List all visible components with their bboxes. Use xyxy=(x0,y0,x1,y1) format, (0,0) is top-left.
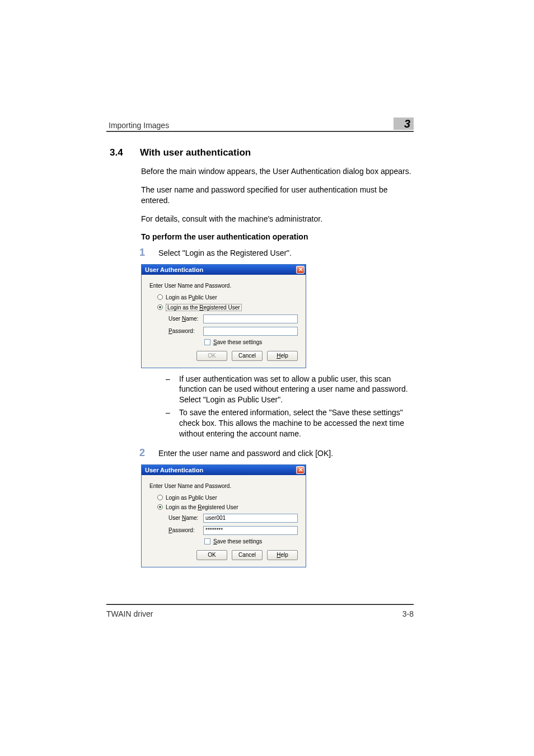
dialog-caption: Enter User Name and Password. xyxy=(149,483,298,489)
chapter-number-badge: 3 xyxy=(394,118,414,130)
section-heading: 3.4 With user authentication xyxy=(106,147,414,158)
user-authentication-dialog: User Authentication ✕ Enter User Name an… xyxy=(141,464,306,567)
step-number: 2 xyxy=(139,447,158,459)
list-text: To save the entered information, select … xyxy=(179,407,414,439)
paragraph: Before the main window appears, the User… xyxy=(141,166,414,177)
checkbox-label: Save these settings xyxy=(213,339,262,345)
step-number: 1 xyxy=(139,247,158,259)
section-title-text: With user authentication xyxy=(140,147,251,158)
radio-login-registered-user[interactable]: Login as the Registered User xyxy=(157,504,298,510)
dialog-caption: Enter User Name and Password. xyxy=(149,283,298,289)
username-label: User Name: xyxy=(168,316,203,322)
sub-heading: To perform the user authentication opera… xyxy=(141,232,414,241)
username-row: User Name: user001 xyxy=(168,514,298,523)
radio-icon xyxy=(157,504,163,510)
username-label: User Name: xyxy=(168,515,203,521)
password-label: Password: xyxy=(168,328,203,334)
page-header: Importing Images 3 xyxy=(106,118,414,132)
document-page: Importing Images 3 3.4 With user authent… xyxy=(0,0,534,756)
step-1: 1 Select "Login as the Registered User". xyxy=(141,247,414,259)
paragraph: For details, consult with the machine's … xyxy=(141,214,414,224)
radio-label: Login as the Registered User xyxy=(166,504,238,510)
step-2: 2 Enter the user name and password and c… xyxy=(141,447,414,459)
checkbox-icon xyxy=(204,339,210,345)
footer-page-number: 3-8 xyxy=(402,609,414,618)
list-text: If user authentication was set to allow … xyxy=(179,374,414,406)
dialog-body: Enter User Name and Password. Login as P… xyxy=(142,475,306,567)
close-icon[interactable]: ✕ xyxy=(296,266,305,274)
header-title: Importing Images xyxy=(106,121,169,130)
step-text: Select "Login as the Registered User". xyxy=(158,248,292,257)
radio-login-public-user[interactable]: Login as Public User xyxy=(157,495,298,501)
ok-button[interactable]: OK xyxy=(196,351,227,361)
help-button[interactable]: Help xyxy=(267,351,298,361)
list-item: – If user authentication was set to allo… xyxy=(166,374,414,406)
list-item: – To save the entered information, selec… xyxy=(166,407,414,439)
checkbox-label: Save these settings xyxy=(213,538,262,544)
password-row: Password: ******** xyxy=(168,526,298,535)
step1-notes: – If user authentication was set to allo… xyxy=(166,374,414,439)
step-text: Enter the user name and password and cli… xyxy=(158,449,333,458)
password-label: Password: xyxy=(168,527,203,533)
dash-icon: – xyxy=(166,374,179,406)
save-these-settings-checkbox[interactable]: Save these settings xyxy=(204,339,298,345)
ok-button[interactable]: OK xyxy=(196,550,227,560)
radio-icon xyxy=(157,294,163,300)
password-row: Password: xyxy=(168,327,298,336)
close-icon[interactable]: ✕ xyxy=(296,466,305,474)
footer-divider xyxy=(106,604,414,605)
dialog-title: User Authentication xyxy=(145,467,203,473)
username-input[interactable]: user001 xyxy=(203,514,298,523)
dialog-titlebar: User Authentication ✕ xyxy=(142,265,306,275)
section-number: 3.4 xyxy=(106,147,140,158)
dialog-title: User Authentication xyxy=(145,266,203,273)
page-footer: TWAIN driver 3-8 xyxy=(106,609,414,618)
password-input[interactable] xyxy=(203,327,298,336)
cancel-button[interactable]: Cancel xyxy=(232,550,263,560)
dialog-titlebar: User Authentication ✕ xyxy=(142,465,306,475)
radio-label: Login as the Registered User xyxy=(166,304,242,311)
username-row: User Name: xyxy=(168,314,298,323)
radio-login-registered-user[interactable]: Login as the Registered User xyxy=(157,304,298,311)
dialog-button-row: OK Cancel Help xyxy=(203,351,298,361)
password-input[interactable]: ******** xyxy=(203,526,298,535)
dash-icon: – xyxy=(166,407,179,439)
checkbox-icon xyxy=(204,538,210,544)
radio-login-public-user[interactable]: Login as Public User xyxy=(157,294,298,300)
body-content: Before the main window appears, the User… xyxy=(141,166,414,567)
radio-label: Login as Public User xyxy=(166,495,217,501)
footer-left: TWAIN driver xyxy=(106,609,153,618)
cancel-button[interactable]: Cancel xyxy=(232,351,263,361)
save-these-settings-checkbox[interactable]: Save these settings xyxy=(204,538,298,544)
user-authentication-dialog: User Authentication ✕ Enter User Name an… xyxy=(141,264,306,368)
paragraph: The user name and password specified for… xyxy=(141,185,414,206)
dialog-button-row: OK Cancel Help xyxy=(203,550,298,560)
dialog-body: Enter User Name and Password. Login as P… xyxy=(142,275,306,368)
radio-icon xyxy=(157,304,163,310)
radio-label: Login as Public User xyxy=(166,294,217,300)
username-input[interactable] xyxy=(203,314,298,323)
radio-icon xyxy=(157,495,163,500)
help-button[interactable]: Help xyxy=(267,550,298,560)
